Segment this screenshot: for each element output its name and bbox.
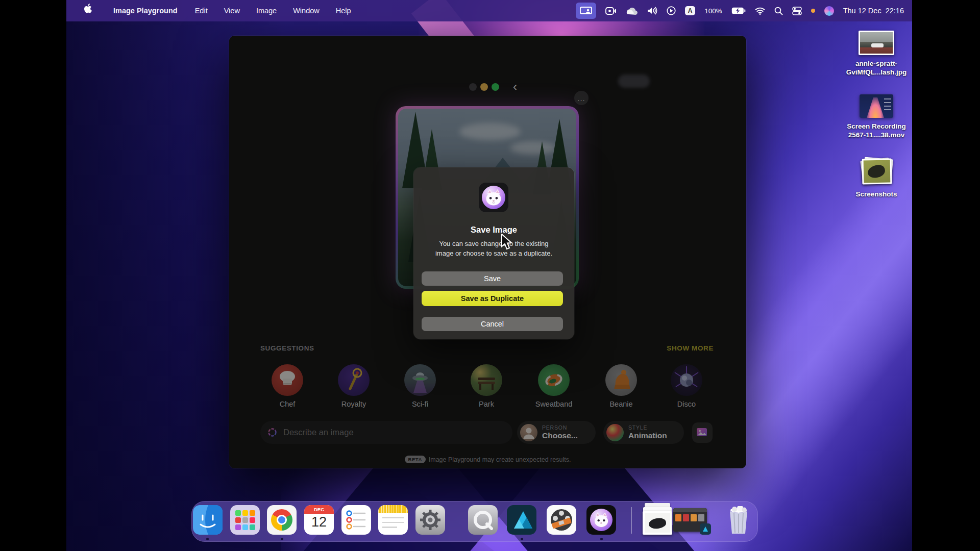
dock-separator xyxy=(631,507,632,534)
photo-stack-thumbnail xyxy=(859,157,894,186)
dialog-body: You can save changes to the existing ima… xyxy=(423,239,565,258)
screen: Image Playground Edit View Image Window … xyxy=(0,0,980,551)
calendar-month: DEC xyxy=(304,505,334,514)
file-label-line2: 2567-11....38.mov xyxy=(848,131,904,139)
dock-notes-icon[interactable] xyxy=(378,505,408,535)
image-playground-running-dot xyxy=(600,538,603,540)
desktop-folder-screenshots[interactable]: Screenshots xyxy=(841,157,912,198)
cancel-button[interactable]: Cancel xyxy=(422,317,563,331)
apple-menu-icon[interactable] xyxy=(66,0,106,21)
image-playground-window: ‹ Done ... SUGGESTIONS SHOW MORE xyxy=(229,36,746,468)
input-source-a-icon[interactable]: A xyxy=(685,6,695,15)
mouse-cursor xyxy=(500,234,514,251)
chrome-running-dot xyxy=(281,538,283,540)
dock-quicktime-icon[interactable] xyxy=(468,505,498,535)
onedrive-cloud-icon[interactable] xyxy=(626,4,638,17)
save-as-duplicate-button[interactable]: Save as Duplicate xyxy=(422,291,563,306)
save-image-dialog: Save Image You can save changes to the e… xyxy=(413,167,574,339)
dock-affinity-designer-icon[interactable] xyxy=(507,505,536,535)
dock-system-settings-icon[interactable] xyxy=(415,505,445,535)
dock: DEC 12 xyxy=(191,501,758,542)
wifi-icon[interactable] xyxy=(755,4,765,17)
desktop-file-screen-recording[interactable]: Screen Recording 2567-11....38.mov xyxy=(841,94,912,139)
save-button[interactable]: Save xyxy=(422,271,563,286)
battery-icon[interactable] xyxy=(731,4,746,17)
image-file-thumbnail xyxy=(859,31,894,55)
image-playground-app-icon xyxy=(479,183,508,212)
dock-calendar-icon[interactable]: DEC 12 xyxy=(304,505,334,535)
siri-icon[interactable] xyxy=(824,6,834,16)
back-chevron-icon[interactable]: ‹ xyxy=(513,80,517,94)
menu-item-window[interactable]: Window xyxy=(285,0,328,21)
recording-dot-icon xyxy=(811,9,815,13)
screen-mirroring-icon[interactable] xyxy=(576,3,596,19)
affinity-running-dot xyxy=(521,538,523,540)
movie-file-thumbnail xyxy=(860,94,893,118)
cat-face-icon xyxy=(483,187,504,208)
menu-clock[interactable]: Thu 12 Dec 22:16 xyxy=(843,7,904,15)
affinity-badge-icon xyxy=(700,523,711,535)
dock-reminders-icon[interactable] xyxy=(341,505,371,535)
menu-item-edit[interactable]: Edit xyxy=(187,0,216,21)
dock-trash-icon[interactable] xyxy=(725,506,752,535)
dock-image-playground-icon[interactable] xyxy=(586,505,616,535)
menu-item-view[interactable]: View xyxy=(216,0,248,21)
file-label-line1: annie-spratt- xyxy=(855,60,897,67)
dialog-title: Save Image xyxy=(413,225,574,235)
calendar-day: 12 xyxy=(311,514,327,531)
dock-chrome-icon[interactable] xyxy=(267,505,297,535)
file-label-line1: Screenshots xyxy=(855,190,897,198)
dock-finder-icon[interactable] xyxy=(193,505,223,535)
menu-bar: Image Playground Edit View Image Window … xyxy=(66,0,912,21)
battery-percent: 100% xyxy=(704,7,722,15)
file-label-line2: GviMfQL...lash.jpg xyxy=(846,68,907,76)
desktop-file-annie-spratt[interactable]: annie-spratt- GviMfQL...lash.jpg xyxy=(841,31,912,77)
dock-launchpad-icon[interactable] xyxy=(230,505,260,535)
dock-minimized-window-icon[interactable] xyxy=(673,508,707,532)
screen-record-icon[interactable] xyxy=(605,4,617,17)
dock-downloads-stack-icon[interactable] xyxy=(643,505,672,535)
menu-item-help[interactable]: Help xyxy=(328,0,359,21)
spotlight-search-icon[interactable] xyxy=(774,4,783,17)
menu-app-name[interactable]: Image Playground xyxy=(106,0,187,21)
control-center-icon[interactable] xyxy=(792,4,802,17)
menu-item-image[interactable]: Image xyxy=(248,0,285,21)
dock-video-editor-icon[interactable] xyxy=(547,505,576,535)
volume-icon[interactable] xyxy=(647,4,657,17)
play-circle-icon[interactable] xyxy=(667,4,676,17)
finder-running-dot xyxy=(206,538,209,540)
file-label-line1: Screen Recording xyxy=(847,122,906,130)
